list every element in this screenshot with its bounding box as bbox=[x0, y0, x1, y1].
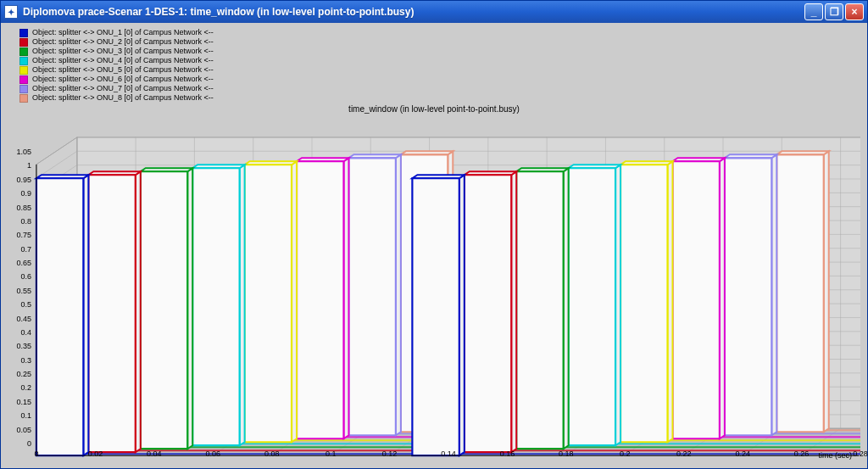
y-tick: 0.5 bbox=[8, 300, 31, 309]
window-buttons: _ ❐ × bbox=[804, 3, 864, 20]
svg-marker-117 bbox=[141, 171, 187, 449]
y-tick: 0.85 bbox=[8, 204, 31, 212]
legend-item[interactable]: Object: splitter <-> ONU_1 [0] of Campus… bbox=[19, 28, 849, 37]
legend-item[interactable]: Object: splitter <-> ONU_3 [0] of Campus… bbox=[19, 47, 849, 56]
legend-swatch bbox=[19, 94, 28, 103]
legend-swatch bbox=[19, 38, 28, 47]
y-tick: 0.6 bbox=[8, 272, 31, 281]
maximize-button[interactable]: ❐ bbox=[825, 3, 843, 20]
legend-label: Object: splitter <-> ONU_4 [0] of Campus… bbox=[32, 56, 214, 65]
y-tick: 0.8 bbox=[8, 217, 31, 226]
x-tick: 0.18 bbox=[559, 449, 574, 458]
svg-marker-129 bbox=[36, 178, 83, 455]
svg-marker-96 bbox=[725, 158, 771, 435]
legend-item[interactable]: Object: splitter <-> ONU_7 [0] of Campus… bbox=[19, 84, 849, 93]
app-icon: ✦ bbox=[4, 5, 18, 19]
svg-marker-132 bbox=[412, 178, 459, 455]
legend-label: Object: splitter <-> ONU_7 [0] of Campus… bbox=[32, 84, 214, 93]
legend-item[interactable]: Object: splitter <-> ONU_8 [0] of Campus… bbox=[19, 93, 849, 103]
legend-item[interactable]: Object: splitter <-> ONU_6 [0] of Campus… bbox=[19, 75, 849, 84]
y-tick: 0.65 bbox=[8, 259, 31, 267]
app-window: ✦ Diplomova prace-Scenar 1-DES-1: time_w… bbox=[0, 0, 868, 469]
svg-marker-120 bbox=[516, 171, 563, 449]
x-tick: 0.26 bbox=[794, 449, 810, 458]
x-tick: 0 bbox=[34, 449, 38, 458]
svg-marker-108 bbox=[620, 165, 667, 442]
x-tick: 0.04 bbox=[147, 449, 162, 458]
legend-swatch bbox=[19, 57, 28, 65]
x-axis-label: time (sec) bbox=[818, 451, 852, 460]
y-tick: 0.2 bbox=[8, 383, 31, 392]
x-tick: 0.12 bbox=[382, 449, 398, 458]
x-tick: 0.16 bbox=[500, 449, 515, 458]
x-tick: 0.14 bbox=[441, 449, 456, 458]
svg-marker-102 bbox=[672, 161, 719, 438]
y-tick: 0.05 bbox=[8, 426, 31, 434]
x-tick: 0.06 bbox=[206, 449, 221, 458]
x-tick: 0.02 bbox=[88, 449, 103, 458]
legend-label: Object: splitter <-> ONU_1 [0] of Campus… bbox=[32, 28, 214, 37]
y-tick: 0.45 bbox=[8, 315, 31, 323]
legend: Object: splitter <-> ONU_1 [0] of Campus… bbox=[3, 25, 865, 103]
close-button[interactable]: × bbox=[845, 3, 864, 20]
y-tick: 0.1 bbox=[8, 411, 31, 420]
x-tick: 0.24 bbox=[735, 449, 750, 458]
legend-swatch bbox=[19, 66, 28, 75]
svg-marker-114 bbox=[569, 168, 615, 445]
y-tick: 0 bbox=[8, 439, 31, 448]
legend-label: Object: splitter <-> ONU_2 [0] of Campus… bbox=[32, 37, 214, 47]
window-title: Diplomova prace-Scenar 1-DES-1: time_win… bbox=[23, 6, 804, 18]
y-tick: 0.75 bbox=[8, 231, 31, 239]
x-tick: 0.2 bbox=[620, 449, 631, 458]
content-area: Object: splitter <-> ONU_1 [0] of Campus… bbox=[1, 23, 867, 468]
svg-marker-123 bbox=[88, 175, 135, 452]
plot-area[interactable]: 00.050.10.150.20.250.30.350.40.450.50.55… bbox=[8, 117, 860, 460]
y-tick: 0.95 bbox=[8, 176, 31, 184]
legend-item[interactable]: Object: splitter <-> ONU_2 [0] of Campus… bbox=[19, 37, 849, 47]
y-tick: 0.3 bbox=[8, 356, 31, 365]
y-tick: 0.25 bbox=[8, 370, 31, 378]
y-tick: 0.9 bbox=[8, 189, 31, 198]
svg-marker-126 bbox=[465, 175, 511, 452]
svg-marker-99 bbox=[297, 161, 343, 438]
x-tick: 0.28 bbox=[853, 449, 868, 458]
legend-label: Object: splitter <-> ONU_5 [0] of Campus… bbox=[32, 65, 214, 75]
legend-swatch bbox=[19, 75, 28, 84]
y-tick: 0.55 bbox=[8, 287, 31, 295]
legend-item[interactable]: Object: splitter <-> ONU_5 [0] of Campus… bbox=[19, 65, 849, 75]
legend-swatch bbox=[19, 29, 28, 37]
legend-label: Object: splitter <-> ONU_6 [0] of Campus… bbox=[32, 75, 214, 84]
y-tick: 0.7 bbox=[8, 245, 31, 254]
titlebar[interactable]: ✦ Diplomova prace-Scenar 1-DES-1: time_w… bbox=[1, 1, 867, 23]
legend-label: Object: splitter <-> ONU_8 [0] of Campus… bbox=[32, 93, 214, 103]
y-tick: 1.05 bbox=[8, 148, 31, 156]
legend-label: Object: splitter <-> ONU_3 [0] of Campus… bbox=[32, 47, 214, 56]
legend-item[interactable]: Object: splitter <-> ONU_4 [0] of Campus… bbox=[19, 56, 849, 65]
svg-marker-93 bbox=[348, 158, 395, 435]
x-tick: 0.22 bbox=[676, 449, 692, 458]
svg-marker-111 bbox=[192, 168, 239, 445]
chart-svg bbox=[8, 117, 860, 469]
x-tick: 0.08 bbox=[264, 449, 280, 458]
y-tick: 0.35 bbox=[8, 342, 31, 350]
legend-swatch bbox=[19, 47, 28, 56]
legend-swatch bbox=[19, 85, 28, 93]
y-tick: 0.4 bbox=[8, 328, 31, 337]
y-tick: 0.15 bbox=[8, 398, 31, 406]
x-tick: 0.1 bbox=[326, 449, 337, 458]
chart-title: time_window (in low-level point-to-point… bbox=[3, 103, 865, 114]
svg-marker-105 bbox=[245, 165, 292, 442]
y-tick: 1 bbox=[8, 161, 31, 170]
minimize-button[interactable]: _ bbox=[804, 3, 823, 20]
svg-marker-90 bbox=[776, 154, 823, 432]
